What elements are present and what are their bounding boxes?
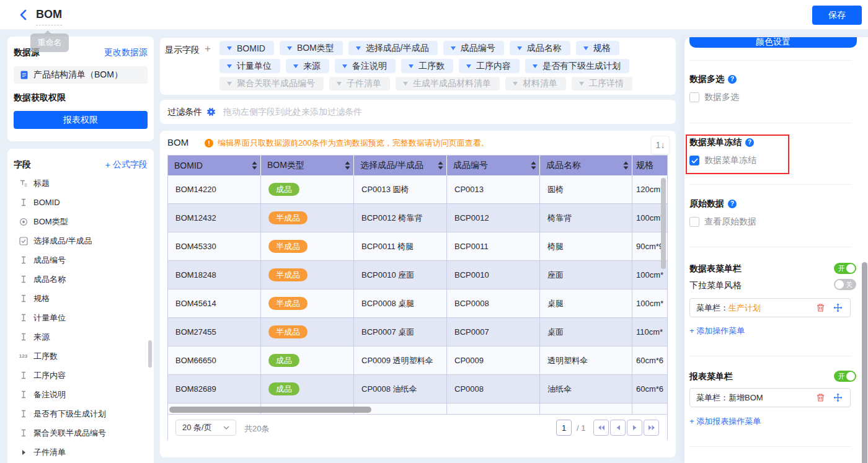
display-field-chip-disabled[interactable]: 工序详情 [572,77,632,90]
display-field-chip[interactable]: BOM类型 [280,41,343,55]
trash-icon[interactable] [816,393,825,402]
field-item-product-code[interactable]: 成品编号 [14,250,148,270]
display-field-chip-disabled[interactable]: 生成半成品材料清单 [396,77,500,90]
display-field-chip[interactable]: BOMID [219,41,274,55]
add-display-field-icon[interactable]: + [205,43,211,55]
trash-icon[interactable] [816,303,825,312]
sort-icon[interactable] [531,161,536,170]
field-item-subform[interactable]: 子件清单 [14,443,148,462]
field-item-title[interactable]: 标题 [14,174,148,193]
column-header-product-code[interactable]: 成品编号 [447,156,540,175]
display-field-chip-disabled[interactable]: 子件清单 [329,77,390,90]
sort-order-button[interactable]: 1↓ [651,136,670,154]
table-row[interactable]: BOM45330 半成品 BCP0011 椅腿 BCP0011 椅腿 90cm*… [168,232,667,261]
field-item-remark[interactable]: 备注说明 [14,385,148,404]
table-row[interactable]: BOM82689 成品 CP0008 油纸伞 CP0008 油纸伞 60cm*6 [168,375,667,403]
sort-icon[interactable] [438,161,443,170]
report-menu-item[interactable]: 菜单栏：新增BOM [689,388,851,407]
move-icon[interactable] [833,303,843,312]
add-report-menu-link[interactable]: + 添加报表操作菜单 [689,417,761,426]
column-header-bomid[interactable]: BOMID [168,156,261,175]
page-input[interactable] [556,420,572,436]
field-item-unit[interactable]: 计量单位 [14,308,148,327]
tag-finished: 成品 [268,354,299,367]
checkbox-unchecked[interactable] [689,92,699,102]
horizontal-scrollbar[interactable] [169,407,371,413]
display-field-chip[interactable]: 工序数 [401,59,453,73]
datasource-item[interactable]: 产品结构清单（BOM） [14,66,148,84]
display-field-chip-disabled[interactable]: 材料清单 [505,77,566,90]
display-field-chip[interactable]: 计量单位 [219,59,280,73]
report-permission-button[interactable]: 报表权限 [14,111,148,129]
table-menu-item[interactable]: 菜单栏：生产计划 [689,298,851,317]
report-menu-toggle-on[interactable]: 开 [834,371,856,382]
back-button[interactable] [16,7,31,22]
field-item-source[interactable]: 来源 [14,327,148,346]
help-icon[interactable]: ? [745,138,754,147]
display-field-chip[interactable]: 规格 [576,41,619,55]
fields-scrollbar[interactable] [148,340,152,368]
multi-select-checkbox-row[interactable]: 数据多选 [689,92,739,102]
move-icon[interactable] [833,393,843,402]
sort-icon[interactable] [345,161,350,170]
checkbox-unchecked[interactable] [689,217,699,227]
field-item-bom-type[interactable]: BOM类型 [14,212,148,231]
field-item-agg-code[interactable]: 聚合关联半成品编号 [14,423,148,443]
field-item-process-content[interactable]: 工序内容 [14,366,148,385]
page-title[interactable]: BOM [36,8,62,25]
column-header-spec[interactable]: 规格 [632,156,668,175]
help-icon[interactable]: ? [728,75,737,84]
settings-panel: 颜色设置 数据多选 ? 数据多选 数据菜单冻结 ? 数据菜单冻结 原始数据 ? … [684,37,868,463]
table-row[interactable]: BOM66650 成品 CP0009 透明塑料伞 CP0009 透明塑料伞 60… [168,346,667,375]
table-row[interactable]: BOM12432 半成品 BCP0012 椅靠背 BCP0012 椅靠背 100… [168,204,667,232]
tag-semifinished: 半成品 [268,240,308,253]
display-field-chip-disabled[interactable]: 聚合关联半成品编号 [219,77,324,90]
checkbox-checked[interactable] [689,156,699,165]
display-field-chip[interactable]: 备注说明 [335,59,396,73]
sort-icon[interactable] [252,161,257,170]
prev-page-icon [616,425,621,431]
display-field-chip[interactable]: 成品编号 [443,41,504,55]
add-action-menu-link[interactable]: + 添加操作菜单 [689,326,745,336]
help-icon[interactable]: ? [728,200,737,208]
table-row[interactable]: BOM18248 半成品 BCP0010 座面 BCP0010 座面 100cm… [168,261,667,289]
display-field-chip[interactable]: 选择成品/半成品 [348,41,438,55]
sort-icon[interactable] [623,161,629,170]
cell-bom-type: 半成品 [261,318,354,346]
page-size-select[interactable]: 20 条/页 [175,420,236,436]
color-settings-button[interactable]: 颜色设置 [689,37,857,48]
prev-page-button[interactable] [610,420,626,436]
display-field-chip[interactable]: 工序内容 [459,59,520,73]
text-icon [19,332,28,342]
column-header-bom-type[interactable]: BOM类型 [261,156,354,175]
vertical-scrollbar[interactable] [661,178,666,269]
raw-data-checkbox-row[interactable]: 查看原始数据 [689,217,756,227]
gear-icon[interactable] [206,107,216,117]
field-item-process-count[interactable]: 123 工序数 [14,346,148,366]
field-item-select-product[interactable]: 选择成品/半成品 [14,231,148,250]
field-item-bomid[interactable]: BOMID [14,193,148,212]
menu-freeze-checkbox-row[interactable]: 数据菜单冻结 [689,156,756,165]
display-field-chip[interactable]: 成品名称 [510,41,570,55]
field-item-spec[interactable]: 规格 [14,289,148,308]
display-field-chip[interactable]: 来源 [286,59,329,73]
column-header-product-name[interactable]: 成品名称 [540,156,632,175]
last-page-button[interactable] [644,420,659,436]
first-page-button[interactable] [593,420,609,436]
text-icon [19,294,28,303]
divider [689,184,852,185]
table-menu-toggle-on[interactable]: 开 [834,263,856,274]
window-scrollbar[interactable] [862,262,867,463]
field-item-product-name[interactable]: 成品名称 [14,270,148,289]
next-page-button[interactable] [627,420,642,436]
save-button[interactable]: 保存 [812,6,862,25]
table-row[interactable]: BOM45614 半成品 BCP0008 桌腿 BCP0008 桌腿 100cm… [168,289,667,318]
change-datasource-link[interactable]: 更改数据源 [104,47,148,58]
dropdown-style-toggle-off[interactable]: 关 [834,279,856,290]
display-field-chip[interactable]: 是否有下级生成计划 [525,59,629,73]
table-row[interactable]: BOM14220 成品 CP0013 圆椅 CP0013 圆椅 120cm* [168,175,667,204]
table-row[interactable]: BOM27455 半成品 BCP0007 桌面 BCP0007 桌面 110cm… [168,318,667,346]
column-header-select-product[interactable]: 选择成品/半成品 [354,156,447,175]
field-item-has-subplan[interactable]: 是否有下级生成计划 [14,404,148,423]
add-formula-field-link[interactable]: +公式字段 [105,159,148,170]
